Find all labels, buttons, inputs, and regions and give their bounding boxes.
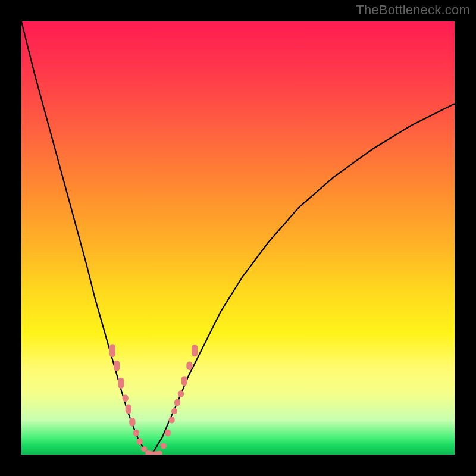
scatter-marker — [118, 378, 124, 389]
scatter-marker — [186, 361, 192, 370]
scatter-marker — [156, 451, 162, 455]
scatter-marker — [192, 345, 198, 356]
scatter-marker — [165, 430, 171, 437]
scatter-markers — [109, 344, 198, 455]
scatter-marker — [137, 438, 143, 445]
scatter-marker — [133, 430, 139, 437]
curve-left — [21, 21, 151, 455]
scatter-marker — [171, 408, 177, 414]
curve-overlay — [21, 21, 455, 455]
scatter-marker — [169, 416, 175, 424]
scatter-marker — [126, 405, 131, 414]
scatter-marker — [174, 399, 180, 406]
scatter-marker — [109, 344, 115, 357]
scatter-marker — [178, 390, 184, 397]
scatter-marker — [181, 376, 187, 386]
scatter-marker — [161, 443, 167, 449]
curve-right — [151, 104, 455, 455]
scatter-marker — [141, 446, 147, 452]
watermark-text: TheBottleneck.com — [356, 2, 470, 18]
scatter-marker — [114, 361, 120, 371]
chart-container: TheBottleneck.com — [0, 0, 476, 476]
plot-area — [21, 21, 455, 455]
scatter-marker — [123, 395, 129, 402]
scatter-marker — [129, 418, 135, 427]
